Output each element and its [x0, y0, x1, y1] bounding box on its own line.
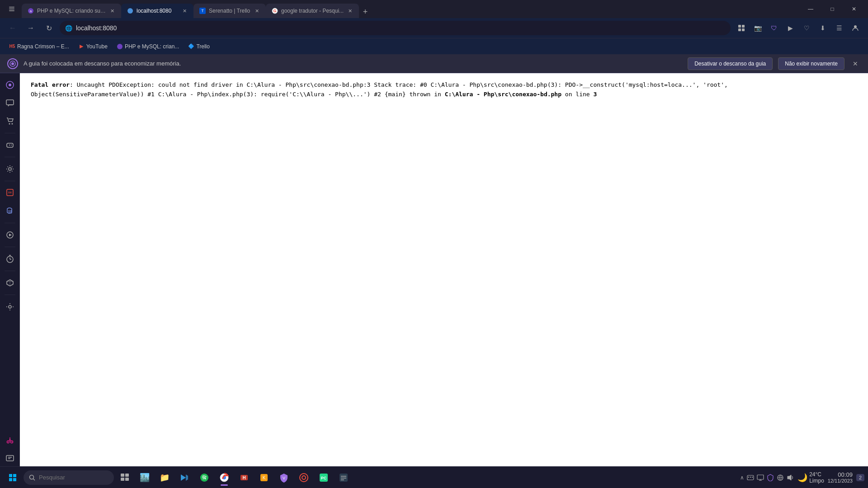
taskbar-app-vs[interactable]: [175, 469, 193, 487]
close-btn[interactable]: ✕: [844, 2, 864, 16]
taskbar: 🏙️ 📁 H K V PC: [0, 466, 868, 488]
svg-rect-0: [9, 7, 14, 8]
sidebar-icon-shopping[interactable]: [2, 113, 18, 129]
taskbar-app-opera[interactable]: [295, 469, 313, 487]
taskbar-app-spotify[interactable]: [195, 469, 213, 487]
tab-title-google: google tradutor - Pesqui...: [281, 8, 344, 14]
start-button[interactable]: [4, 469, 22, 487]
tab-localhost[interactable]: localhost:8080 ✕: [121, 4, 193, 18]
taskbar-search[interactable]: [24, 470, 114, 485]
taskbar-app-another[interactable]: K: [255, 469, 273, 487]
notification-opera-icon: [7, 58, 18, 69]
svg-point-26: [11, 145, 12, 145]
svg-text:H: H: [242, 475, 245, 480]
sidebar-icon-chat[interactable]: [2, 95, 18, 111]
taskbar-app-pycharm[interactable]: PC: [315, 469, 333, 487]
tab-close-google[interactable]: ✕: [346, 7, 354, 14]
content-area: Fatal error: Uncaught PDOException: coul…: [20, 73, 868, 488]
camera-icon[interactable]: 📷: [750, 21, 765, 35]
sidebar-icon-gaming[interactable]: [2, 137, 18, 153]
taskbar-app-heidisql[interactable]: H: [235, 469, 253, 487]
bookmark-favicon-php: [117, 43, 123, 50]
taskbar-app-city[interactable]: 🏙️: [136, 469, 154, 487]
clock-date: 12/11/2023: [828, 478, 853, 483]
favorites-icon[interactable]: ♡: [799, 21, 814, 35]
bookmark-php[interactable]: PHP e MySQL: crian...: [113, 42, 183, 52]
extensions-icon[interactable]: [734, 21, 749, 35]
tab-google[interactable]: G google tradutor - Pesqui... ✕: [266, 4, 359, 18]
bookmark-trello[interactable]: 🔷 Trello: [184, 42, 213, 52]
taskbar-app-chrome[interactable]: [215, 469, 233, 487]
svg-rect-84: [750, 477, 751, 478]
svg-rect-57: [13, 478, 16, 481]
svg-rect-62: [121, 478, 124, 481]
download-icon[interactable]: ⬇: [816, 21, 830, 35]
new-tab-btn[interactable]: +: [359, 5, 372, 18]
sidebar-toggle-btn[interactable]: [4, 1, 20, 17]
sidebar-icon-home[interactable]: [2, 77, 18, 93]
sidebar-icon-feedback[interactable]: [2, 450, 18, 466]
tab-favicon-trello: T: [199, 7, 206, 14]
taskbar-app-taskview[interactable]: [116, 469, 134, 487]
notification-bar: A guia foi colocada em descanso para eco…: [0, 54, 868, 73]
notification-badge[interactable]: 2: [856, 474, 864, 481]
tab-favicon-google: G: [271, 7, 278, 14]
clock-widget: 00:09 12/11/2023: [828, 471, 853, 483]
bookmark-label-php: PHP e MySQL: crian...: [125, 43, 179, 50]
sidebar-sep-6: [5, 271, 15, 271]
back-btn[interactable]: ←: [5, 21, 20, 35]
tab-trello[interactable]: T Serenatto | Trello ✕: [193, 4, 266, 18]
tab-php-mysql[interactable]: a PHP e MySQL: criando sua... ✕: [22, 4, 121, 18]
notification-close-btn[interactable]: ✕: [850, 58, 861, 69]
reload-btn[interactable]: ↻: [42, 21, 56, 35]
bookmark-label-ragna: Ragna Crimson – E...: [17, 43, 69, 50]
svg-point-32: [10, 211, 11, 212]
bookmark-youtube[interactable]: ▶ YouTube: [75, 42, 111, 52]
maximize-btn[interactable]: □: [822, 2, 843, 16]
play-icon[interactable]: ▶: [783, 21, 797, 35]
sidebar-icon-scissors[interactable]: [2, 432, 18, 448]
svg-text:PC: PC: [321, 476, 327, 480]
sidebar-icon-twitch[interactable]: [2, 185, 18, 201]
tab-close-php[interactable]: ✕: [108, 7, 116, 14]
tab-close-localhost[interactable]: ✕: [181, 7, 188, 14]
taskbar-app-another2[interactable]: [335, 469, 353, 487]
svg-rect-63: [125, 478, 129, 481]
error-message: Fatal error: Uncaught PDOException: coul…: [31, 80, 857, 99]
taskbar-search-input[interactable]: [39, 474, 102, 481]
deactivate-sleep-btn[interactable]: Desativar o descanso da guia: [688, 57, 773, 70]
system-tray: ∧: [740, 474, 794, 481]
sidebar-icon-3d[interactable]: [2, 275, 18, 291]
shield-icon[interactable]: 🛡: [767, 21, 781, 35]
profile-icon[interactable]: [848, 21, 863, 35]
svg-marker-34: [9, 234, 12, 236]
bookmark-ragna[interactable]: H5 Ragna Crimson – E...: [5, 42, 73, 52]
svg-marker-89: [788, 475, 791, 480]
sidebar-icon-timer[interactable]: [2, 251, 18, 267]
address-bar[interactable]: 🌐 localhost:8080: [60, 21, 731, 35]
sidebar-icon-settings2[interactable]: [2, 299, 18, 315]
dont-show-btn[interactable]: Não exibir novamente: [778, 57, 844, 70]
taskbar-app-explorer[interactable]: 📁: [156, 469, 174, 487]
weather-info: 24°C Limpo: [809, 471, 824, 484]
svg-marker-64: [181, 474, 186, 481]
forward-btn[interactable]: →: [24, 21, 38, 35]
sidebar-icon-settings1[interactable]: [2, 161, 18, 177]
sidebar-sep-7: [5, 295, 15, 295]
minimize-btn[interactable]: —: [800, 2, 821, 16]
svg-point-27: [9, 168, 11, 170]
sidebar-sep-3: [5, 181, 15, 181]
weather-widget: 🌙 24°C Limpo: [797, 471, 824, 484]
tab-close-trello[interactable]: ✕: [253, 7, 260, 14]
clock-time: 00:09: [828, 471, 853, 478]
taskbar-app-vpn[interactable]: V: [275, 469, 293, 487]
bookmark-favicon-trello: 🔷: [188, 43, 194, 50]
tray-arrow[interactable]: ∧: [740, 474, 744, 481]
collections-icon[interactable]: ☰: [832, 21, 846, 35]
sidebar-icon-video[interactable]: [2, 227, 18, 243]
sidebar-icon-discord[interactable]: [2, 203, 18, 219]
svg-point-15: [117, 44, 123, 49]
svg-rect-86: [757, 475, 764, 479]
svg-point-19: [9, 84, 11, 86]
nav-actions: 📷 🛡 ▶ ♡ ⬇ ☰: [734, 21, 863, 35]
